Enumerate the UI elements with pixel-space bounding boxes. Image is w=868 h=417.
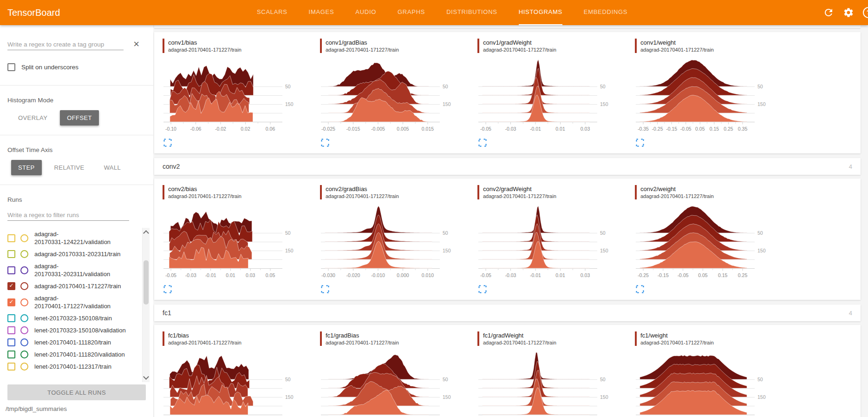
expand-icon[interactable] [478, 285, 487, 293]
run-checkbox[interactable] [7, 351, 15, 358]
run-radio-icon[interactable] [20, 351, 28, 358]
run-radio-icon[interactable] [20, 298, 28, 306]
svg-text:0.01: 0.01 [555, 272, 565, 278]
tab-audio[interactable]: AUDIO [355, 0, 376, 25]
svg-text:50: 50 [285, 377, 291, 382]
svg-text:-0.35: -0.35 [638, 126, 649, 132]
svg-text:50: 50 [757, 377, 763, 382]
svg-text:150: 150 [443, 101, 451, 107]
run-checkbox[interactable] [7, 338, 15, 346]
expand-icon[interactable] [636, 285, 644, 293]
section-card-conv1: conv1/biasadagrad-20170401-171227/train-… [154, 32, 861, 153]
tab-distributions[interactable]: DISTRIBUTIONS [446, 0, 497, 25]
run-checkbox[interactable] [7, 326, 15, 334]
tag-filter-input[interactable] [7, 39, 124, 50]
runs-filter-input[interactable] [7, 210, 129, 221]
expand-icon[interactable] [163, 285, 172, 293]
split-on-underscores-row[interactable]: Split on underscores [7, 63, 153, 71]
split-checkbox[interactable] [7, 63, 15, 71]
histogram-title-block: conv1/weightadagrad-20170401-171227/trai… [635, 39, 774, 53]
histogram-title: conv1/weight [640, 39, 774, 46]
histogram-run: adagrad-20170401-171227/train [640, 193, 774, 199]
run-radio-icon[interactable] [20, 234, 28, 242]
svg-text:0.05: 0.05 [695, 126, 705, 132]
run-item[interactable]: lenet-20170323-150108/train [7, 314, 137, 322]
svg-text:-0.015: -0.015 [346, 126, 360, 132]
run-checkbox[interactable] [7, 363, 15, 371]
runs-scrollbar[interactable] [142, 228, 150, 382]
run-item[interactable]: lenet-20170323-150108/validation [7, 326, 137, 334]
histogram-title: conv2/gradBias [326, 185, 459, 193]
run-checkbox[interactable] [7, 234, 15, 242]
run-checkbox[interactable]: ✓ [7, 282, 15, 290]
section-header-conv2[interactable]: conv24 [154, 158, 861, 175]
section-card-conv2: conv2/biasadagrad-20170401-171227/train-… [154, 179, 861, 300]
svg-text:150: 150 [443, 248, 451, 253]
mode-offset-button[interactable]: OFFSET [60, 110, 99, 126]
run-checkbox[interactable] [7, 314, 15, 322]
axis-step-button[interactable]: STEP [11, 160, 42, 175]
expand-icon[interactable] [636, 139, 644, 147]
histogram-title-block: conv1/gradBiasadagrad-20170401-171227/tr… [320, 39, 459, 53]
histogram-run: adagrad-20170401-171227/train [640, 46, 774, 53]
tab-scalars[interactable]: SCALARS [257, 0, 287, 25]
tab-images[interactable]: IMAGES [309, 0, 334, 25]
clear-icon[interactable]: × [133, 39, 139, 49]
toggle-all-runs-button[interactable]: TOGGLE ALL RUNS [7, 384, 146, 400]
time-axis-buttons: STEPRELATIVEWALL [11, 160, 153, 175]
run-item[interactable]: lenet-20170401-111820/validation [7, 351, 137, 358]
tab-embeddings[interactable]: EMBEDDINGS [584, 0, 627, 25]
svg-text:-0.25: -0.25 [638, 272, 649, 278]
run-radio-icon[interactable] [20, 266, 28, 274]
run-label: lenet-20170323-150108/validation [34, 326, 126, 334]
svg-text:0.15: 0.15 [710, 126, 719, 132]
run-radio-icon[interactable] [20, 314, 28, 322]
run-checkbox[interactable] [7, 250, 15, 258]
expand-icon[interactable] [321, 139, 329, 147]
run-item[interactable]: adagrad-20170331-202311/train [7, 250, 137, 258]
section-run-count: 4 [849, 310, 852, 317]
run-checkbox[interactable]: ✓ [7, 298, 15, 306]
histogram-title: fc1/bias [168, 331, 302, 339]
histogram-title-block: fc1/gradBiasadagrad-20170401-171227/trai… [320, 331, 459, 346]
run-radio-icon[interactable] [20, 338, 28, 346]
run-radio-icon[interactable] [20, 363, 28, 371]
expand-icon[interactable] [321, 285, 329, 293]
histogram-title: fc1/gradBias [326, 331, 459, 339]
run-item[interactable]: adagrad-20170331-202311/validation [7, 262, 137, 278]
refresh-icon[interactable] [823, 7, 834, 18]
tab-histograms[interactable]: HISTOGRAMS [519, 0, 562, 25]
histogram-chart: -0.030-0.020-0.0100.0000.01050150 [320, 204, 459, 281]
expand-icon[interactable] [478, 139, 487, 147]
run-item[interactable]: lenet-20170401-111820/train [7, 338, 137, 346]
svg-text:150: 150 [600, 101, 608, 107]
run-radio-icon[interactable] [20, 326, 28, 334]
expand-icon[interactable] [163, 139, 172, 147]
axis-wall-button[interactable]: WALL [97, 160, 128, 175]
section-header-fc1[interactable]: fc14 [154, 304, 861, 321]
scrollbar-thumb[interactable] [144, 260, 149, 304]
run-radio-icon[interactable] [20, 282, 28, 290]
nav-tabs: SCALARSIMAGESAUDIOGRAPHSDISTRIBUTIONSHIS… [246, 0, 638, 25]
histogram-title: fc1/gradWeight [483, 331, 617, 339]
histogram-chart: 50150 [477, 351, 617, 417]
mode-overlay-button[interactable]: OVERLAY [11, 110, 54, 126]
run-item[interactable]: lenet-20170401-112317/train [7, 363, 137, 371]
scroll-down-icon[interactable] [143, 374, 149, 380]
help-icon[interactable]: ? [863, 7, 868, 18]
run-label: lenet-20170401-111820/train [34, 338, 111, 346]
settings-icon[interactable] [843, 7, 854, 18]
histogram-title-block: fc1/biasadagrad-20170401-171227/train [163, 331, 302, 346]
run-checkbox[interactable] [7, 266, 15, 274]
run-label: lenet-20170401-111820/validation [34, 351, 125, 358]
run-item[interactable]: ✓adagrad-20170401-171227/validation [7, 294, 137, 310]
run-radio-icon[interactable] [20, 250, 28, 258]
svg-text:-0.02: -0.02 [215, 126, 226, 132]
run-item[interactable]: ✓adagrad-20170401-171227/train [7, 282, 137, 290]
section-name: fc1 [163, 309, 171, 317]
axis-relative-button[interactable]: RELATIVE [47, 160, 91, 175]
run-item[interactable]: adagrad-20170331-124221/validation [7, 230, 137, 246]
histogram-run: adagrad-20170401-171227/train [483, 339, 617, 346]
scroll-up-icon[interactable] [143, 230, 149, 236]
tab-graphs[interactable]: GRAPHS [398, 0, 425, 25]
